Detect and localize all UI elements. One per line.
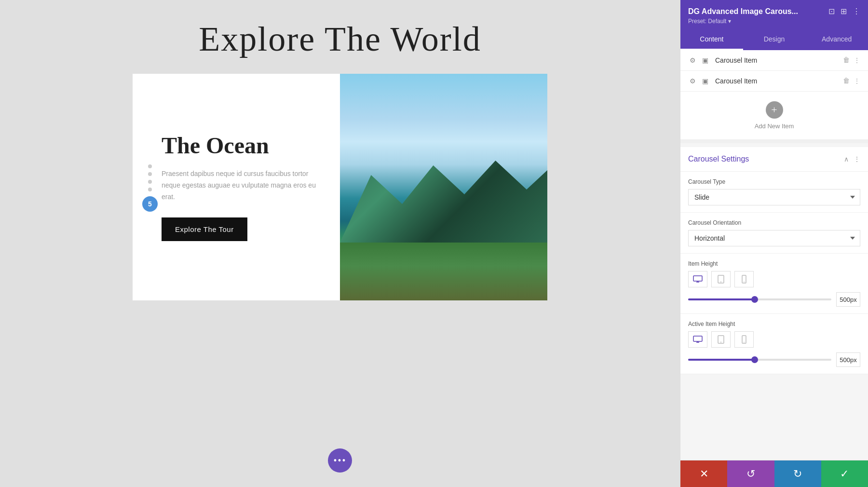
active-item-height-slider-thumb[interactable] bbox=[751, 356, 758, 363]
slide-dot-1[interactable] bbox=[148, 164, 152, 168]
more-icon[interactable]: ⋮ bbox=[853, 7, 860, 16]
svg-rect-0 bbox=[693, 276, 702, 281]
fab-button[interactable]: ••• bbox=[328, 448, 352, 473]
svg-point-2 bbox=[720, 282, 721, 283]
active-item-height-group: Active Item Height bbox=[680, 314, 868, 374]
carousel-orientation-group: Carousel Orientation Horizontal Vertical bbox=[680, 213, 868, 254]
more-icon-2[interactable]: ⋮ bbox=[854, 77, 860, 85]
focus-icon[interactable]: ⊡ bbox=[828, 7, 835, 16]
slide-cta-button[interactable]: Explore The Tour bbox=[162, 217, 247, 241]
desktop-icon-1[interactable] bbox=[688, 271, 707, 287]
desktop-icon-2[interactable] bbox=[688, 331, 707, 348]
settings-icon-2[interactable]: ⚙ bbox=[688, 77, 697, 85]
page-title: Explore The World bbox=[199, 19, 481, 59]
slide-description: Praesent dapibus neque id cursus faucibu… bbox=[162, 168, 316, 203]
carousel-image-area bbox=[340, 74, 547, 300]
carousel-orientation-select[interactable]: Horizontal Vertical bbox=[688, 230, 860, 246]
mobile-icon-1[interactable] bbox=[734, 271, 754, 287]
bottom-toolbar: ✕ ↺ ↻ ✓ bbox=[680, 460, 868, 487]
layout-icon[interactable]: ⊞ bbox=[841, 7, 847, 16]
carousel-type-label: Carousel Type bbox=[688, 178, 860, 185]
carousel-item-label-1: Carousel Item bbox=[715, 56, 843, 64]
redo-button[interactable]: ↻ bbox=[774, 460, 821, 487]
delete-icon-1[interactable]: 🗑 bbox=[843, 56, 850, 64]
active-item-height-slider-track[interactable] bbox=[688, 359, 831, 361]
carousel-items-section: ⚙ ▣ Carousel Item 🗑 ⋮ ⚙ ▣ Carousel Item … bbox=[680, 50, 868, 92]
panel-content: ⚙ ▣ Carousel Item 🗑 ⋮ ⚙ ▣ Carousel Item … bbox=[680, 50, 868, 460]
carousel-item-row-2: ⚙ ▣ Carousel Item 🗑 ⋮ bbox=[680, 71, 868, 92]
canvas-area: Explore The World 5 The Ocean Praesent d… bbox=[0, 0, 680, 487]
panel-header-top: DG Advanced Image Carous... ⊡ ⊞ ⋮ bbox=[688, 7, 860, 16]
panel-preset[interactable]: Preset: Default ▾ bbox=[688, 18, 860, 25]
active-item-height-slider-row: 500px bbox=[688, 352, 860, 367]
svg-rect-5 bbox=[693, 336, 702, 341]
image-icon-1[interactable]: ▣ bbox=[701, 56, 709, 65]
add-item-label: Add New Item bbox=[755, 122, 794, 130]
collapse-icon[interactable]: ∧ bbox=[844, 155, 849, 163]
carousel-left: 5 The Ocean Praesent dapibus neque id cu… bbox=[133, 74, 340, 300]
cancel-button[interactable]: ✕ bbox=[680, 460, 727, 487]
svg-point-7 bbox=[720, 342, 721, 343]
slide-dot-3[interactable] bbox=[148, 180, 152, 184]
tablet-icon-1[interactable] bbox=[711, 271, 731, 287]
active-item-height-label: Active Item Height bbox=[688, 321, 860, 327]
redo-icon: ↻ bbox=[793, 468, 802, 480]
item-height-group: Item Height bbox=[680, 254, 868, 314]
carousel-type-select[interactable]: Slide Fade Cube bbox=[688, 189, 860, 205]
delete-icon-2[interactable]: 🗑 bbox=[843, 77, 850, 85]
carousel-orientation-label: Carousel Orientation bbox=[688, 219, 860, 226]
item-height-slider-row: 500px bbox=[688, 292, 860, 307]
add-item-section: + Add New Item bbox=[680, 92, 868, 143]
settings-title: Carousel Settings bbox=[688, 155, 749, 163]
more-icon-1[interactable]: ⋮ bbox=[854, 56, 860, 65]
carousel-image bbox=[340, 74, 547, 300]
item-height-value[interactable]: 500px bbox=[836, 292, 860, 307]
slide-dot-4[interactable] bbox=[148, 188, 152, 191]
slide-title: The Ocean bbox=[162, 133, 316, 159]
image-icon-2[interactable]: ▣ bbox=[701, 77, 709, 85]
fab-icon: ••• bbox=[333, 456, 346, 465]
tab-design[interactable]: Design bbox=[743, 29, 806, 50]
slide-number-badge[interactable]: 5 bbox=[142, 196, 158, 212]
item-height-label: Item Height bbox=[688, 260, 860, 267]
undo-icon: ↺ bbox=[746, 468, 755, 480]
active-item-height-slider-fill bbox=[688, 359, 753, 361]
save-icon: ✓ bbox=[840, 468, 849, 480]
add-item-button[interactable]: + bbox=[766, 101, 783, 119]
panel-header-icons: ⊡ ⊞ ⋮ bbox=[828, 7, 860, 16]
settings-icon-1[interactable]: ⚙ bbox=[688, 56, 697, 65]
carousel-type-group: Carousel Type Slide Fade Cube bbox=[680, 172, 868, 213]
slide-dot-2[interactable] bbox=[148, 172, 152, 176]
mobile-icon-2[interactable] bbox=[734, 331, 754, 348]
undo-button[interactable]: ↺ bbox=[727, 460, 774, 487]
item-row-icons-2: ⚙ ▣ bbox=[688, 77, 709, 85]
carousel-item-row-1: ⚙ ▣ Carousel Item 🗑 ⋮ bbox=[680, 50, 868, 71]
tab-advanced[interactable]: Advanced bbox=[805, 29, 868, 50]
device-icons-row-1 bbox=[688, 271, 860, 287]
item-height-slider-fill bbox=[688, 298, 753, 300]
device-icons-row-2 bbox=[688, 331, 860, 348]
tablet-icon-2[interactable] bbox=[711, 331, 731, 348]
right-panel: DG Advanced Image Carous... ⊡ ⊞ ⋮ Preset… bbox=[680, 0, 868, 487]
settings-header: Carousel Settings ∧ ⋮ bbox=[680, 147, 868, 172]
cancel-icon: ✕ bbox=[700, 468, 708, 480]
carousel-container: 5 The Ocean Praesent dapibus neque id cu… bbox=[133, 74, 547, 300]
panel-header: DG Advanced Image Carous... ⊡ ⊞ ⋮ Preset… bbox=[680, 0, 868, 29]
panel-tabs: Content Design Advanced bbox=[680, 29, 868, 50]
tab-content[interactable]: Content bbox=[680, 29, 743, 50]
svg-point-4 bbox=[744, 282, 745, 283]
slide-nav: 5 bbox=[142, 162, 158, 212]
item-height-slider-thumb[interactable] bbox=[751, 296, 758, 303]
item-row-icons-1: ⚙ ▣ bbox=[688, 56, 709, 65]
settings-header-icons: ∧ ⋮ bbox=[844, 155, 860, 163]
settings-more-icon[interactable]: ⋮ bbox=[854, 155, 860, 163]
panel-title: DG Advanced Image Carous... bbox=[688, 7, 828, 16]
carousel-settings-section: Carousel Settings ∧ ⋮ Carousel Type Slid… bbox=[680, 147, 868, 374]
item-actions-2: 🗑 ⋮ bbox=[843, 77, 860, 85]
item-actions-1: 🗑 ⋮ bbox=[843, 56, 860, 65]
svg-point-9 bbox=[744, 342, 745, 343]
carousel-item-label-2: Carousel Item bbox=[715, 77, 843, 85]
active-item-height-value[interactable]: 500px bbox=[836, 352, 860, 367]
item-height-slider-track[interactable] bbox=[688, 298, 831, 300]
save-button[interactable]: ✓ bbox=[821, 460, 868, 487]
